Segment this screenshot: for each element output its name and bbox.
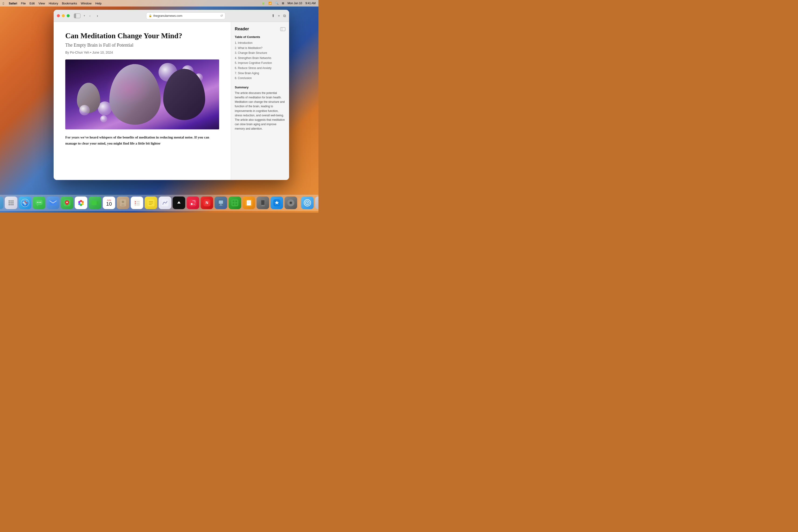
toc-item-6[interactable]: 6. Reduce Stress and Anxiety (235, 66, 285, 71)
reader-header: Reader (235, 26, 285, 32)
article-inner: Can Meditation Change Your Mind? The Emp… (54, 22, 231, 180)
notes-icon (147, 199, 155, 207)
menubar-bookmarks[interactable]: Bookmarks (62, 2, 77, 5)
menubar-history[interactable]: History (49, 2, 58, 5)
toc-item-3[interactable]: 3. Change Brain Structure (235, 51, 285, 56)
forward-button[interactable]: › (95, 13, 100, 18)
menubar-view[interactable]: View (38, 2, 45, 5)
close-button[interactable] (57, 14, 60, 17)
dock-app-mail[interactable] (47, 196, 59, 209)
minimize-button[interactable] (62, 14, 65, 17)
svg-point-8 (8, 202, 10, 204)
sidebar-chevron-icon[interactable]: ▾ (84, 14, 85, 17)
svg-rect-67 (233, 203, 234, 205)
dock-app-keynote[interactable] (215, 196, 227, 209)
calendar-icon: JUN 10 (106, 199, 112, 207)
back-button[interactable]: ‹ (88, 13, 93, 18)
dock-app-safari[interactable] (19, 196, 32, 209)
dock-app-airdrop[interactable] (301, 196, 314, 209)
reload-button[interactable]: ↺ (220, 14, 223, 18)
search-icon[interactable]: 🔍 (275, 2, 279, 5)
toc-item-1[interactable]: 1. Introduction (235, 41, 285, 46)
trash-icon (318, 198, 319, 207)
dock: JUN 10 (0, 195, 319, 211)
article-hero-image (65, 59, 219, 129)
svg-point-83 (307, 202, 308, 204)
svg-rect-61 (219, 201, 223, 204)
new-tab-button[interactable]: + (278, 14, 280, 18)
mail-icon (49, 199, 57, 207)
dock-app-photos[interactable] (75, 196, 88, 209)
dock-app-reminders[interactable] (131, 196, 144, 209)
dock-app-music[interactable] (187, 196, 199, 209)
pages-icon (245, 199, 253, 207)
svg-marker-36 (97, 201, 99, 205)
menubar-window[interactable]: Window (81, 2, 91, 5)
svg-point-12 (11, 204, 12, 205)
article-area: Can Meditation Change Your Mind? The Emp… (54, 22, 231, 180)
svg-point-34 (80, 202, 82, 204)
sidebar-toggle-right (76, 14, 80, 18)
photos-icon (77, 198, 86, 207)
summary-text: The article discusses the potential bene… (235, 91, 285, 131)
dock-app-launchpad[interactable] (5, 196, 18, 209)
svg-rect-39 (134, 200, 140, 206)
control-center-icon[interactable]: ⊞ (282, 2, 284, 5)
numbers-icon (231, 199, 239, 207)
address-bar-container: 🔒 thegranularnews.com ↺ (102, 12, 269, 19)
address-bar[interactable]: 🔒 thegranularnews.com ↺ (146, 12, 225, 19)
dock-app-facetime[interactable] (89, 196, 101, 209)
messages-icon (35, 199, 43, 207)
dock-app-system-preferences[interactable] (285, 196, 297, 209)
svg-rect-35 (92, 201, 97, 205)
svg-rect-68 (235, 203, 237, 205)
svg-rect-55 (193, 201, 195, 204)
tab-overview-button[interactable]: ⧉ (283, 14, 286, 18)
safari-icon (21, 198, 30, 207)
dock-app-pages[interactable] (243, 196, 255, 209)
toc-item-8[interactable]: 8. Conclusion (235, 76, 285, 81)
dock-app-calendar[interactable]: JUN 10 (103, 196, 115, 209)
music-icon (189, 199, 197, 207)
menubar-safari[interactable]: Safari (8, 2, 17, 5)
dock-app-messages[interactable] (33, 196, 45, 209)
toc-item-2[interactable]: 2. What is Meditation? (235, 46, 285, 51)
svg-point-10 (12, 202, 14, 204)
dock-app-appstore[interactable] (271, 196, 283, 209)
reader-view-icon[interactable] (280, 27, 285, 31)
finder-icon (0, 199, 1, 207)
svg-rect-85 (318, 200, 319, 201)
svg-rect-64 (231, 199, 239, 206)
dock-app-appletv[interactable] (173, 196, 185, 209)
svg-point-53 (191, 203, 193, 205)
article-body-bold: For years we've heard whispers of the be… (65, 135, 209, 145)
menubar-edit[interactable]: Edit (30, 2, 35, 5)
dock-app-maps[interactable] (61, 196, 73, 209)
dock-app-news[interactable]: N (201, 196, 213, 209)
menubar-right: 🔋 📶 🔍 ⊞ Mon Jun 10 9:41 AM (262, 2, 316, 5)
svg-point-38 (122, 201, 124, 203)
orb-bottom-mid (100, 115, 107, 122)
dock-app-numbers[interactable] (229, 196, 241, 209)
dock-app-freeform[interactable] (159, 196, 171, 209)
system-preferences-icon (287, 199, 295, 207)
dock-app-finder[interactable] (0, 196, 3, 209)
toc-item-5[interactable]: 5. Improve Cognitive Function (235, 61, 285, 66)
traffic-lights (57, 14, 70, 17)
svg-point-44 (135, 205, 136, 205)
dock-app-trash[interactable] (315, 196, 319, 209)
menubar-help[interactable]: Help (95, 2, 102, 5)
toc-item-7[interactable]: 7. Slow Brain Aging (235, 71, 285, 76)
sidebar-toggle[interactable] (74, 14, 80, 18)
maximize-button[interactable] (67, 14, 70, 17)
dock-app-contacts[interactable] (117, 196, 129, 209)
menubar-left:  Safari File Edit View History Bookmark… (3, 1, 101, 5)
share-button[interactable]: ⬆ (271, 14, 274, 18)
dock-app-notes[interactable] (145, 196, 157, 209)
toc-item-4[interactable]: 4. Strengthen Brain Networks (235, 56, 285, 61)
article-subtitle: The Empty Brain is Full of Potential (65, 42, 219, 48)
url-text: thegranularnews.com (153, 14, 182, 18)
dock-app-phone-mirroring[interactable] (257, 196, 269, 209)
menubar-file[interactable]: File (21, 2, 26, 5)
apple-menu[interactable]:  (3, 1, 4, 5)
